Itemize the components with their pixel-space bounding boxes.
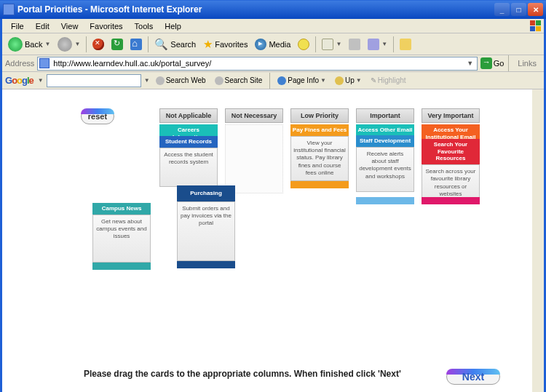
address-label: Address (5, 59, 34, 68)
col-not-necessary[interactable]: Not Necessary (225, 108, 283, 123)
drop-zone-not-necessary[interactable] (225, 124, 283, 193)
card-staff-development[interactable]: Staff Development Receive alerts about s… (356, 135, 414, 192)
go-label: Go (494, 59, 505, 68)
menu-help[interactable]: Help (159, 20, 187, 32)
home-button[interactable] (127, 36, 145, 53)
card-purchasing[interactable]: Purchasing Submit orders and pay invoice… (177, 185, 235, 268)
star-icon: ★ (203, 38, 213, 51)
media-icon (255, 39, 266, 50)
close-button[interactable]: ✕ (528, 3, 543, 16)
links-button[interactable]: Links (513, 59, 541, 68)
card-vi-foot (422, 197, 480, 204)
svg-rect-1 (536, 20, 541, 25)
search-web-button[interactable]: Search Web (153, 73, 209, 88)
folder-button[interactable] (397, 36, 414, 53)
page-info-button[interactable]: Page Info▼ (274, 73, 329, 88)
next-label: Next (462, 371, 484, 383)
next-button[interactable]: Next (446, 369, 500, 385)
card-body: Get news about campus events and issues (92, 215, 151, 263)
up-label: Up (345, 76, 355, 84)
go-icon (480, 57, 492, 69)
minimize-button[interactable]: _ (494, 3, 510, 16)
card-pay-fines[interactable]: Pay Fines and Fees View your institution… (290, 124, 349, 188)
search-button[interactable]: 🔍Search (151, 36, 199, 53)
refresh-icon (111, 39, 123, 50)
forward-icon (58, 37, 72, 52)
menu-favorites[interactable]: Favorites (84, 20, 128, 32)
back-button[interactable]: Back▼ (5, 36, 53, 53)
page-info-label: Page Info (288, 76, 319, 84)
address-bar: Address ▼ Go Links (2, 55, 544, 72)
search-site-button[interactable]: Search Site (212, 73, 266, 88)
instruction-text: Please drag the cards to the appropriate… (84, 369, 401, 379)
reset-label: reset (88, 112, 107, 121)
card-important-foot (356, 197, 414, 204)
card-body: Search across your favourite library res… (422, 164, 480, 202)
page-content: reset Not Applicable Not Necessary Low P… (2, 89, 544, 392)
back-label: Back (25, 40, 42, 49)
history-icon (298, 39, 309, 50)
page-icon (39, 58, 50, 68)
card-favourite-resources[interactable]: Search Your Favourite Resources Search a… (422, 139, 480, 196)
print-button[interactable] (346, 36, 363, 53)
app-icon (3, 4, 15, 15)
media-button[interactable]: Media (252, 36, 293, 53)
card-student-records[interactable]: Student Records Access the student recor… (159, 136, 218, 187)
windows-logo-icon (529, 20, 542, 33)
menu-tools[interactable]: Tools (129, 20, 159, 32)
stop-button[interactable] (90, 36, 107, 53)
card-body: View your institutional financial status… (290, 136, 349, 181)
search-icon: 🔍 (154, 38, 168, 51)
svg-rect-0 (530, 20, 535, 25)
folder-icon (400, 39, 411, 50)
print-icon (349, 39, 360, 50)
stop-icon (92, 39, 104, 50)
mail-icon (322, 39, 333, 50)
edit-button[interactable]: ▼ (365, 36, 390, 53)
favorites-button[interactable]: ★Favorites (200, 36, 250, 53)
card-access-other-email[interactable]: Access Other Email (356, 124, 414, 136)
window-title: Portal Priorities - Microsoft Internet E… (17, 4, 494, 15)
home-icon (130, 39, 142, 50)
card-title: Purchasing (177, 185, 235, 201)
favorites-label: Favorites (215, 40, 248, 49)
url-dropdown[interactable]: ▼ (465, 60, 475, 67)
media-label: Media (269, 40, 290, 49)
refresh-button[interactable] (108, 36, 126, 53)
up-button[interactable]: Up▼ (332, 73, 365, 88)
card-title: Student Records (159, 136, 218, 148)
card-body: Receive alerts about staff development e… (356, 147, 414, 192)
card-body: Submit orders and pay invoices via the p… (177, 201, 235, 261)
mail-button[interactable]: ▼ (319, 36, 344, 53)
url-input[interactable] (52, 58, 464, 68)
col-important[interactable]: Important (356, 108, 414, 123)
history-button[interactable] (295, 36, 312, 53)
col-very-important[interactable]: Very Important (422, 108, 480, 123)
col-low-priority[interactable]: Low Priority (290, 108, 349, 123)
edit-icon (368, 39, 379, 50)
menu-edit[interactable]: Edit (30, 20, 55, 32)
search-web-label: Search Web (166, 76, 206, 84)
menu-file[interactable]: File (5, 20, 30, 32)
highlight-label: Highlight (378, 76, 406, 84)
reset-button[interactable]: reset (81, 108, 114, 124)
column-headers: Not Applicable Not Necessary Low Priorit… (159, 108, 480, 123)
card-title: Search Your Favourite Resources (422, 139, 480, 164)
menu-view[interactable]: View (55, 20, 84, 32)
forward-button[interactable]: ▼ (55, 36, 83, 53)
maximize-button[interactable]: □ (511, 3, 526, 16)
card-title: Staff Development (356, 135, 414, 147)
menu-bar: File Edit View Favorites Tools Help (2, 19, 544, 33)
url-field-wrap: ▼ (37, 57, 477, 71)
col-not-applicable[interactable]: Not Applicable (159, 108, 218, 123)
google-toolbar: Google▼ ▼ Search Web Search Site Page In… (2, 72, 544, 89)
svg-rect-3 (536, 26, 541, 31)
card-campus-news[interactable]: Campus News Get news about campus events… (92, 203, 151, 270)
search-site-label: Search Site (225, 76, 263, 84)
card-title: Pay Fines and Fees (290, 124, 349, 136)
window-titlebar: Portal Priorities - Microsoft Internet E… (0, 0, 546, 19)
highlight-button[interactable]: ✎Highlight (368, 73, 409, 88)
google-search-input[interactable] (47, 74, 141, 87)
back-icon (8, 37, 23, 52)
go-button[interactable]: Go (480, 57, 505, 69)
